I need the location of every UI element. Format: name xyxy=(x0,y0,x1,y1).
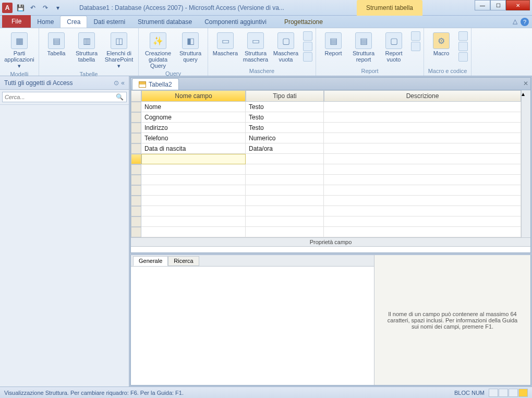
scrollbar-track[interactable] xyxy=(521,216,530,227)
scrollbar-track[interactable] xyxy=(521,133,530,143)
row-selector[interactable] xyxy=(131,185,141,196)
row-selector[interactable] xyxy=(131,216,141,227)
search-input[interactable] xyxy=(2,92,127,102)
cell-name[interactable] xyxy=(141,227,246,237)
cell-desc[interactable] xyxy=(324,143,521,154)
scrollbar-track[interactable] xyxy=(521,206,530,216)
parti-applicazioni-button[interactable]: ▦Parti applicazioni▾ xyxy=(3,31,35,70)
row-selector[interactable] xyxy=(131,154,141,164)
navigation-icon[interactable] xyxy=(303,42,312,51)
table-row[interactable] xyxy=(131,164,530,175)
cell-name[interactable]: Data di nascita xyxy=(141,143,246,154)
cell-desc[interactable] xyxy=(324,185,521,196)
cell-type[interactable] xyxy=(246,216,324,227)
cell-type[interactable]: Testo xyxy=(246,112,324,123)
cell-desc[interactable] xyxy=(324,175,521,185)
cell-desc[interactable] xyxy=(324,206,521,216)
cell-type[interactable]: Testo xyxy=(246,123,324,133)
qat-customize-icon[interactable]: ▾ xyxy=(52,2,64,14)
tab-home[interactable]: Home xyxy=(31,16,60,28)
cell-desc[interactable] xyxy=(324,123,521,133)
table-row[interactable] xyxy=(131,196,530,206)
scrollbar-track[interactable] xyxy=(521,164,530,175)
row-selector[interactable] xyxy=(131,112,141,123)
row-selector[interactable] xyxy=(131,164,141,175)
row-selector[interactable] xyxy=(131,175,141,185)
tabella-button[interactable]: ▤Tabella xyxy=(42,31,70,57)
cell-name[interactable]: Cognome xyxy=(141,112,246,123)
cell-name[interactable] xyxy=(141,175,246,185)
cell-type[interactable]: Numerico xyxy=(246,133,324,143)
scrollbar-track[interactable] xyxy=(521,196,530,206)
cell-name[interactable]: Indirizzo xyxy=(141,123,246,133)
cell-name[interactable] xyxy=(141,206,246,216)
cell-name[interactable] xyxy=(141,164,246,175)
table-row[interactable]: NomeTesto xyxy=(131,102,530,112)
close-button[interactable]: ✕ xyxy=(506,0,530,10)
tab-componenti[interactable]: Componenti aggiuntivi xyxy=(198,16,273,28)
more-forms-icon[interactable] xyxy=(303,52,312,62)
select-all-header[interactable] xyxy=(131,90,141,102)
col-nome-campo[interactable]: Nome campo xyxy=(141,90,246,102)
cell-type[interactable] xyxy=(246,227,324,237)
cell-desc[interactable] xyxy=(324,216,521,227)
save-icon[interactable]: 💾 xyxy=(15,2,26,14)
nav-collapse-icon[interactable]: « xyxy=(121,79,125,87)
table-row[interactable] xyxy=(131,185,530,196)
scrollbar-track[interactable] xyxy=(521,102,530,112)
tab-crea[interactable]: Crea xyxy=(60,16,87,28)
tab-ricerca[interactable]: Ricerca xyxy=(168,256,199,266)
row-selector[interactable] xyxy=(131,123,141,133)
cell-type[interactable]: Testo xyxy=(246,102,324,112)
row-selector[interactable] xyxy=(131,206,141,216)
scrollbar-track[interactable] xyxy=(521,227,530,237)
maschera-button[interactable]: ▭Maschera xyxy=(211,31,239,57)
help-icon[interactable]: ? xyxy=(521,18,529,26)
cell-desc[interactable] xyxy=(324,227,521,237)
struttura-report-button[interactable]: ▤Struttura report xyxy=(349,31,378,64)
cell-desc[interactable] xyxy=(324,196,521,206)
report-wizard-icon[interactable] xyxy=(411,31,420,41)
close-tab-icon[interactable]: ✕ xyxy=(523,80,528,87)
labels-icon[interactable] xyxy=(411,42,420,51)
report-button[interactable]: ▤Report xyxy=(319,31,347,57)
row-selector[interactable] xyxy=(131,143,141,154)
scrollbar-track[interactable] xyxy=(521,175,530,185)
chart-view-button[interactable] xyxy=(509,389,518,397)
scrollbar-track[interactable] xyxy=(521,112,530,123)
cell-name[interactable]: Telefono xyxy=(141,133,246,143)
table-row[interactable]: IndirizzoTesto xyxy=(131,123,530,133)
row-selector[interactable] xyxy=(131,133,141,143)
row-selector[interactable] xyxy=(131,227,141,237)
property-body[interactable] xyxy=(131,267,374,385)
row-selector[interactable] xyxy=(131,196,141,206)
table-row[interactable] xyxy=(131,216,530,227)
tab-generale[interactable]: Generale xyxy=(133,256,168,266)
table-row[interactable] xyxy=(131,175,530,185)
cell-type[interactable] xyxy=(246,154,324,164)
struttura-query-button[interactable]: ◧Struttura query xyxy=(176,31,204,64)
struttura-maschera-button[interactable]: ▭Struttura maschera xyxy=(241,31,270,64)
cell-desc[interactable] xyxy=(324,112,521,123)
maximize-button[interactable]: ☐ xyxy=(490,0,506,10)
table-row[interactable] xyxy=(131,227,530,237)
visual-basic-icon[interactable] xyxy=(458,52,468,62)
maschera-vuota-button[interactable]: ▢Maschera vuota xyxy=(272,31,300,64)
table-row[interactable] xyxy=(131,206,530,216)
cell-type[interactable] xyxy=(246,185,324,196)
table-row[interactable]: TelefonoNumerico xyxy=(131,133,530,143)
file-tab[interactable]: File xyxy=(2,15,31,28)
cell-desc[interactable] xyxy=(324,154,521,164)
tab-strumenti-database[interactable]: Strumenti database xyxy=(131,16,198,28)
design-view-button[interactable] xyxy=(518,389,528,397)
minimize-ribbon-icon[interactable]: △ xyxy=(513,18,517,26)
redo-icon[interactable]: ↷ xyxy=(40,2,51,14)
table-row[interactable] xyxy=(131,154,530,164)
col-tipo-dati[interactable]: Tipo dati xyxy=(246,90,324,102)
cell-desc[interactable] xyxy=(324,164,521,175)
macro-button[interactable]: ⚙Macro xyxy=(427,31,455,57)
tab-progettazione[interactable]: Progettazione xyxy=(278,16,329,28)
elenchi-sharepoint-button[interactable]: ◫Elenchi di SharePoint▾ xyxy=(103,31,135,70)
nav-header[interactable]: Tutti gli oggetti di Access ⊙ « xyxy=(0,76,129,90)
class-module-icon[interactable] xyxy=(458,42,468,51)
